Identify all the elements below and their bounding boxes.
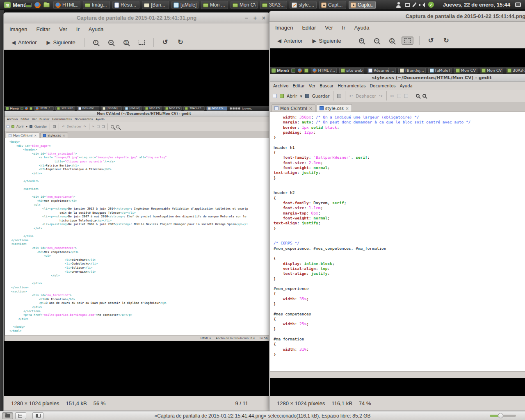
close-tab-icon[interactable]: × [345,106,349,111]
close-tab-icon[interactable]: × [309,106,313,111]
taskbar-item[interactable]: 30A3... [260,1,287,9]
menu-item[interactable]: Buscar [320,84,333,88]
code-line: <div id="bloc_page"> [9,144,269,148]
menu-item[interactable]: Editar [36,26,50,32]
image-canvas[interactable]: Menú HTML /...site webRésumé ...[Bandej.… [4,50,269,396]
menu-item[interactable]: Editar [302,25,316,31]
menu-item[interactable]: Buscar [39,118,49,121]
menu-item[interactable]: Ayuda [400,84,413,88]
menu-item[interactable]: Editar [292,84,305,88]
minimize-icon[interactable]: − [244,13,248,23]
gedit-tab[interactable]: Mon CV.html× [6,132,39,138]
embedded-taskbar-label: Mon CV [461,68,476,73]
menu-item[interactable]: Ver [59,26,67,32]
rotate-right-button[interactable]: ↻ [175,37,186,47]
menu-item[interactable]: Ir [342,25,345,31]
embedded-taskbar-label: Résumé ... [82,107,98,110]
menu-item[interactable]: Ver [325,25,333,31]
taskbar-item[interactable]: [aMule] [171,1,199,9]
tray-icon [233,107,235,110]
code-line: <body> [9,140,269,144]
taskbar-item[interactable]: Mon CV [231,1,258,9]
zoom-in-button[interactable]: + [356,37,367,45]
update-shield-icon[interactable]: ✓ [428,2,434,8]
zoom-normal-button[interactable]: 1 [386,37,397,45]
taskbar-item[interactable]: Capt... [319,1,346,9]
menu-item[interactable]: Ver [309,84,315,88]
code-editor: <body> <div id="bloc_page"> <header> <di… [5,138,269,335]
rotate-left-button[interactable]: ↺ [160,37,171,47]
gedit-tab[interactable]: style.css× [40,132,68,138]
menu-item[interactable]: Ayuda [89,26,104,32]
menu-item[interactable]: Ayuda [354,25,370,31]
tree-view-button[interactable] [15,412,26,419]
next-button[interactable]: ▶ Siguiente [310,36,344,46]
close-tab-icon[interactable]: × [63,134,65,137]
window-selector-icon[interactable] [515,2,521,7]
zoom-normal-button[interactable]: 1 [121,38,132,47]
zoom-slider-knob[interactable] [498,413,503,418]
gedit-tab[interactable]: style.css× [317,104,352,112]
clock[interactable]: Jueves, 22 de enero, 15:44 [443,0,510,10]
files-launcher-icon[interactable] [43,3,50,7]
titlebar[interactable]: Captura de pantalla de 2015-01-22 15:41:… [269,11,525,22]
zoom-out-button[interactable]: − [371,37,382,45]
taskbar-item[interactable]: Résu... [112,1,139,9]
menu-item[interactable]: Ayuda [96,118,105,121]
close-tab-icon[interactable]: × [34,134,37,137]
menu-item[interactable]: Ver [32,118,37,121]
image-canvas[interactable]: Menú HTML /...site webRésumé ...[Bandej.… [270,48,525,396]
tab-label: Mon CV.html [13,134,32,137]
menu-item[interactable]: Archivo [273,84,288,88]
arrow-right-icon: ▶ [47,39,51,46]
rotate-left-button[interactable]: ↺ [425,36,436,46]
menu-item[interactable]: Documentos [75,118,93,121]
close-icon[interactable]: × [262,13,265,23]
best-fit-button[interactable] [402,37,413,45]
taskbar-item[interactable]: [Ban... [142,1,169,9]
zoom-in-button[interactable]: + [90,38,101,47]
zoom-slider[interactable] [490,415,516,417]
embedded-taskbar-item: HTML /... [34,106,54,110]
maximize-icon[interactable]: + [253,13,257,23]
rotate-right-button[interactable]: ↻ [441,36,452,46]
next-button[interactable]: ▶ Siguiente [44,38,78,47]
menu-item[interactable]: Ir [76,26,80,32]
taskbar-item[interactable]: Mon ... [201,1,228,9]
embedded-taskbar-item: [Bandej... [101,106,122,110]
taskbar-item[interactable]: style.... [290,1,317,9]
menu-item[interactable]: Herramientas [338,84,365,88]
menu-item[interactable]: Imagen [275,25,293,31]
menu-item[interactable]: Documentos [370,84,396,88]
code-line: <ul> [9,203,269,208]
menu-button[interactable]: m Menú [2,0,29,10]
titlebar[interactable]: Captura de pantalla de 2015-01-22 15:41:… [4,13,269,23]
input-pen-icon[interactable] [412,2,417,7]
zoom-out-button[interactable]: − [105,38,116,47]
previous-button[interactable]: ◀ Anterior [274,36,306,46]
taskbar-item[interactable]: HTML... [53,1,80,9]
previous-button[interactable]: ◀ Anterior [9,38,40,47]
side-pane-toggle-button[interactable] [32,412,43,419]
image-dimensions: 525 × 420 píxeles [277,400,325,406]
taskbar-item[interactable]: Imág... [83,1,110,9]
open-icon [280,94,284,98]
display-applet-icon[interactable] [405,3,410,7]
best-fit-button[interactable] [136,38,148,46]
volume-icon[interactable] [419,2,425,7]
menu-item[interactable]: Archivo [7,118,18,121]
menu-item[interactable]: Imagen [9,26,27,32]
icon-view-button[interactable] [2,412,13,419]
firefox-launcher-icon[interactable] [34,2,41,8]
taskbar-item[interactable]: Captu... [349,1,376,9]
user-applet-icon[interactable] [396,2,401,8]
menu-item[interactable]: Herramientas [52,118,72,121]
taskbar-item-label: Captu... [358,2,374,8]
gedit-tab[interactable]: Mon CV.html× [272,104,315,112]
image-position: 9 / 11 [235,400,248,406]
window-title: Captura de pantalla de 2015-01-22 15:41:… [77,15,197,21]
dropdown-arrow-icon: ▾ [26,125,27,128]
menu-item[interactable]: Editar [21,118,29,121]
file-type-icon [320,106,324,110]
show-desktop-icon[interactable] [25,3,32,7]
